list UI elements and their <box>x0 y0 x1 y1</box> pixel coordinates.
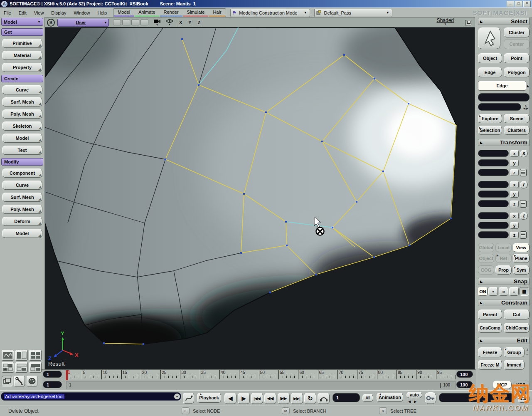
toolbar-mode-selector[interactable]: Model ▼ <box>1 18 43 26</box>
prop-button[interactable]: Prop <box>495 265 512 275</box>
freeze-m-button[interactable]: Freeze M <box>478 360 502 370</box>
skeleton-button[interactable]: Skeleton◢ <box>2 121 42 131</box>
scale-y-axis-button[interactable]: y <box>510 160 519 166</box>
translate-x-field[interactable] <box>478 212 509 219</box>
eye-icon[interactable]: ▼ <box>166 19 173 26</box>
restore-button[interactable]: □ <box>515 1 522 7</box>
curve-snap-icon[interactable]: ≈ <box>499 287 508 296</box>
chldcomp-button[interactable]: ChldComp <box>504 323 530 333</box>
play-forward-button[interactable]: ▶▶ <box>278 393 290 404</box>
layout-spline-button[interactable] <box>2 350 14 361</box>
timeline-ruler[interactable]: 51015202530354045505560657075808590951 <box>66 370 456 380</box>
current-frame-field[interactable]: 1 <box>332 393 360 402</box>
scale-y-field[interactable] <box>478 159 509 166</box>
component-button[interactable]: Component◢ <box>2 168 42 178</box>
module-hair[interactable]: Hair <box>209 9 225 17</box>
group-plus-minus[interactable]: + − <box>526 347 530 357</box>
sym-button[interactable]: ◤Sym <box>513 265 530 275</box>
palette-icon[interactable] <box>27 376 37 386</box>
rotate-mode-button[interactable]: r <box>520 181 528 188</box>
menu-edit[interactable]: Edit <box>15 9 30 17</box>
pass-dropdown[interactable]: Default_Pass ▼ <box>314 9 392 17</box>
close-button[interactable]: × <box>523 1 531 7</box>
go-to-start-button[interactable]: |◀◀ <box>251 393 263 404</box>
timeline-playhead[interactable]: 1 <box>66 370 68 380</box>
selection-nav-arrows[interactable]: ▲ ◀ ▶ <box>522 104 530 110</box>
playback-menu-button[interactable]: ▲ Playback <box>197 393 221 403</box>
immed-button[interactable]: Immed <box>504 360 525 370</box>
point-snap-icon[interactable]: • <box>488 287 498 296</box>
translate-z-axis-button[interactable]: z <box>510 232 519 238</box>
keyable-field[interactable] <box>439 393 515 402</box>
go-to-end-button[interactable]: ▶▶| <box>291 393 303 404</box>
selection-text-field-2[interactable] <box>478 103 521 111</box>
clusters-button[interactable]: Clusters <box>504 126 530 135</box>
rotate-y-axis-button[interactable]: y <box>510 191 519 198</box>
menu-file[interactable]: File <box>0 9 15 17</box>
explore-button[interactable]: ◣Explore <box>478 114 502 123</box>
scale-mode-button[interactable]: s <box>520 150 528 157</box>
edge-select-button[interactable]: Edge <box>478 67 502 77</box>
view-button[interactable]: View <box>513 243 530 252</box>
create-curve-button[interactable]: Curve◢ <box>2 85 42 94</box>
minimize-button[interactable]: _ <box>507 1 514 7</box>
layout-split-bottom-button[interactable] <box>15 362 28 373</box>
freeze-button[interactable]: Freeze <box>478 347 502 357</box>
translate-lock-icon[interactable] <box>520 231 527 239</box>
group-button[interactable]: ◤Group <box>504 347 525 357</box>
layout-split-corner-button[interactable] <box>29 362 42 373</box>
polygon-select-button[interactable]: Polygon <box>504 67 530 77</box>
rotate-lock-icon[interactable] <box>520 200 527 208</box>
modify-model-button[interactable]: Model◢ <box>2 229 42 238</box>
menu-help[interactable]: Help <box>94 9 111 17</box>
text-button[interactable]: Text◢ <box>2 146 42 155</box>
point-select-button[interactable]: Point <box>504 53 530 63</box>
memo-cam-3[interactable] <box>131 20 139 25</box>
timeline-range-bar[interactable]: 1 100 <box>66 381 456 389</box>
translate-y-axis-button[interactable]: y <box>510 222 519 229</box>
module-simulate[interactable]: Simulate <box>183 9 209 17</box>
primitive-button[interactable]: Primitive◢ <box>2 39 42 48</box>
rotate-z-field[interactable] <box>478 200 509 207</box>
axis-letters[interactable]: X Y Z <box>179 20 203 25</box>
module-model[interactable]: Model <box>114 9 134 17</box>
snap-on-button[interactable]: ON <box>478 287 488 296</box>
selection-filter-field[interactable]: Edge <box>478 81 526 91</box>
play-backward-button[interactable]: ◀◀ <box>264 393 276 404</box>
script-command-field[interactable]: ActivateRaycastEdgeSelTool ▼ <box>1 392 181 401</box>
rotate-z-axis-button[interactable]: z <box>510 201 519 207</box>
layers-icon[interactable] <box>2 376 12 386</box>
timeline-start-field-2[interactable]: 1 <box>43 381 62 388</box>
plane-button[interactable]: ◤Plane <box>513 254 530 263</box>
selection-text-field[interactable] <box>478 93 530 102</box>
viewport-resize-icon[interactable] <box>465 20 471 25</box>
create-model-button[interactable]: Model◢ <box>2 134 42 143</box>
camera-icon[interactable]: ▼ <box>153 19 161 27</box>
keyframe-icon[interactable] <box>425 392 436 404</box>
select-header[interactable]: ◣ Select <box>478 18 530 25</box>
grid-snap-icon[interactable]: ▦ <box>520 287 529 296</box>
create-surf-mesh-button[interactable]: Surf. Mesh◢ <box>2 97 42 106</box>
wrench-icon[interactable] <box>14 376 25 386</box>
property-button[interactable]: Property◢ <box>2 63 42 72</box>
rotate-y-field[interactable] <box>478 191 509 198</box>
module-render[interactable]: Render <box>160 9 182 17</box>
menu-view[interactable]: View <box>30 9 48 17</box>
scene-3d-mesh[interactable]: Y X Z <box>45 27 475 369</box>
select-tool-button[interactable] <box>478 27 500 49</box>
modify-poly-mesh-button[interactable]: Poly. Mesh◢ <box>2 205 42 214</box>
scene-button[interactable]: Scene <box>504 114 530 123</box>
timeline-start-field[interactable]: 1 <box>43 371 62 378</box>
translate-x-axis-button[interactable]: x <box>510 213 519 219</box>
frame-forward-button[interactable]: ▶ <box>238 393 250 404</box>
snap-header[interactable]: ◣ Snap <box>478 278 530 285</box>
cnscomp-button[interactable]: CnsComp <box>478 323 502 333</box>
midpoint-snap-icon[interactable]: ○ <box>509 287 519 296</box>
display-mode-dropdown[interactable]: Shaded ▼ <box>437 19 454 26</box>
cut-button[interactable]: Cut <box>504 310 530 319</box>
menu-window[interactable]: Window <box>70 9 94 17</box>
parent-button[interactable]: Parent <box>478 310 502 319</box>
memo-cam-4[interactable] <box>140 20 148 25</box>
construction-mode-dropdown[interactable]: ⚑ Modeling Construction Mode ▼ <box>230 9 310 17</box>
object-select-button[interactable]: Object <box>478 53 502 63</box>
